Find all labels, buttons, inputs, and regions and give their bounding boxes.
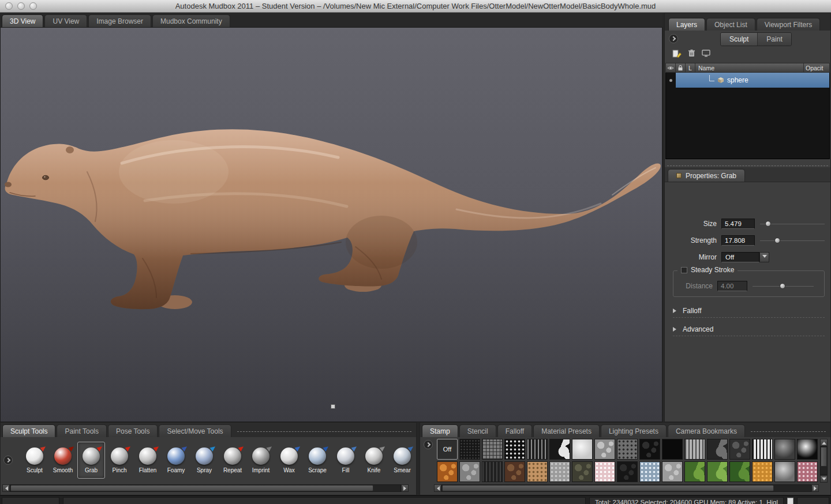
stamp-thumbnail[interactable] xyxy=(662,461,683,482)
stamp-thumbnail[interactable] xyxy=(729,439,750,460)
stamp-off-button[interactable]: Off xyxy=(437,439,458,460)
preset-tab-camera-bookmarks[interactable]: Camera Bookmarks xyxy=(668,424,745,437)
panel-tab-object-list[interactable]: Object List xyxy=(706,18,755,31)
layer-visibility-toggle[interactable] xyxy=(666,73,676,88)
stamps-vscroll-thumb[interactable] xyxy=(821,447,827,467)
stamp-thumbnail[interactable] xyxy=(572,439,593,460)
stamp-thumbnail[interactable] xyxy=(752,461,773,482)
strength-slider-thumb[interactable] xyxy=(774,238,780,243)
stamp-thumbnail[interactable] xyxy=(549,439,570,460)
advanced-section[interactable]: Advanced xyxy=(673,322,825,336)
tool-repeat[interactable]: Repeat xyxy=(219,442,246,479)
falloff-section[interactable]: Falloff xyxy=(673,304,825,318)
zoom-button[interactable] xyxy=(29,2,37,10)
stamp-thumbnail[interactable] xyxy=(437,461,458,482)
distance-slider[interactable] xyxy=(753,283,814,289)
scroll-left-button[interactable] xyxy=(434,484,441,492)
stamp-thumbnail[interactable] xyxy=(459,461,480,482)
viewport-splitter-handle[interactable] xyxy=(331,404,335,409)
stamp-thumbnail[interactable] xyxy=(639,461,660,482)
tool-grab[interactable]: Grab xyxy=(77,442,105,479)
stamp-thumbnail[interactable] xyxy=(662,439,683,460)
stamp-thumbnail[interactable] xyxy=(684,439,705,460)
panel-tab-layers[interactable]: Layers xyxy=(668,18,705,31)
stamp-thumbnail[interactable] xyxy=(707,439,728,460)
distance-slider-thumb[interactable] xyxy=(780,283,785,289)
stamps-collapse-button[interactable] xyxy=(424,440,433,449)
size-slider[interactable] xyxy=(760,220,825,227)
splitter-dashes[interactable] xyxy=(751,431,826,432)
stamp-thumbnail[interactable] xyxy=(707,461,728,482)
tool-sculpt[interactable]: Sculpt xyxy=(21,442,48,479)
scroll-left-button[interactable] xyxy=(2,484,10,492)
preset-tab-lighting-presets[interactable]: Lighting Presets xyxy=(601,424,667,437)
stamp-thumbnail[interactable] xyxy=(617,439,638,460)
delete-layer-icon[interactable] xyxy=(688,49,695,59)
stamp-thumbnail[interactable] xyxy=(617,461,638,482)
layer-row-sphere[interactable]: sphere xyxy=(666,73,829,88)
steady-stroke-checkbox[interactable] xyxy=(681,267,687,273)
splitter-dashes[interactable] xyxy=(237,431,411,432)
stamp-thumbnail[interactable] xyxy=(459,439,480,460)
preset-tab-stamp[interactable]: Stamp xyxy=(422,424,458,437)
layer-row-body[interactable]: sphere xyxy=(676,73,829,88)
tool-smear[interactable]: Smear xyxy=(388,442,416,479)
layers-collapse-button[interactable] xyxy=(669,34,678,43)
tools-collapse-button[interactable] xyxy=(3,456,13,465)
stamp-thumbnail[interactable] xyxy=(774,439,795,460)
panel-separator[interactable] xyxy=(667,159,828,166)
tool-tab-select-move-tools[interactable]: Select/Move Tools xyxy=(159,424,231,437)
stamp-thumbnail[interactable] xyxy=(684,461,705,482)
stamp-thumbnail[interactable] xyxy=(639,439,660,460)
stamp-thumbnail[interactable] xyxy=(594,461,615,482)
tool-tab-pose-tools[interactable]: Pose Tools xyxy=(108,424,158,437)
view-tab-uv-view[interactable]: UV View xyxy=(44,14,87,27)
stamp-thumbnail[interactable] xyxy=(482,439,503,460)
distance-input[interactable]: 4.00 xyxy=(717,281,747,291)
mirror-dropdown-button[interactable] xyxy=(759,252,769,262)
stamp-thumbnail[interactable] xyxy=(797,461,818,482)
stamp-thumbnail[interactable] xyxy=(504,461,525,482)
size-input[interactable]: 5.479 xyxy=(721,219,755,229)
properties-header[interactable]: Properties: Grab xyxy=(668,169,745,182)
stamp-thumbnail[interactable] xyxy=(572,461,593,482)
panel-tab-viewport-filters[interactable]: Viewport Filters xyxy=(757,18,820,31)
stamp-thumbnail[interactable] xyxy=(752,439,773,460)
sculpt-mode-button[interactable]: Sculpt xyxy=(721,33,757,46)
stamp-thumbnail[interactable] xyxy=(527,461,548,482)
stamp-thumbnail[interactable] xyxy=(797,439,818,460)
preset-tab-falloff[interactable]: Falloff xyxy=(497,424,532,437)
tool-scrape[interactable]: Scrape xyxy=(304,442,331,479)
scroll-right-button[interactable] xyxy=(811,484,819,492)
new-layer-icon[interactable] xyxy=(672,49,682,60)
stamp-thumbnail[interactable] xyxy=(527,439,548,460)
screen-layer-icon[interactable] xyxy=(702,49,711,59)
stamps-scroll-thumb[interactable] xyxy=(442,485,774,491)
otter-model[interactable] xyxy=(1,28,662,419)
tool-wax[interactable]: Wax xyxy=(275,442,303,479)
tool-imprint[interactable]: Imprint xyxy=(247,442,275,479)
tool-tab-sculpt-tools[interactable]: Sculpt Tools xyxy=(2,424,55,437)
stamps-scroll-track[interactable] xyxy=(441,484,811,492)
tool-spray[interactable]: Spray xyxy=(190,442,218,479)
stamp-thumbnail[interactable] xyxy=(549,461,570,482)
mirror-dropdown[interactable]: Off xyxy=(721,252,759,262)
stamp-thumbnail[interactable] xyxy=(774,461,795,482)
stamps-vscroll-track[interactable] xyxy=(820,446,828,475)
close-button[interactable] xyxy=(5,2,13,10)
preset-tab-stencil[interactable]: Stencil xyxy=(459,424,496,437)
stamp-thumbnail[interactable] xyxy=(729,461,750,482)
tools-scroll-track[interactable] xyxy=(10,484,401,492)
minimize-button[interactable] xyxy=(17,2,25,10)
tool-knife[interactable]: Knife xyxy=(360,442,388,479)
tool-foamy[interactable]: Foamy xyxy=(162,442,190,479)
scroll-right-button[interactable] xyxy=(401,484,409,492)
strength-slider[interactable] xyxy=(760,237,825,244)
tools-scroll-thumb[interactable] xyxy=(10,485,373,491)
stamp-thumbnail[interactable] xyxy=(504,439,525,460)
view-tab-3d-view[interactable]: 3D View xyxy=(2,14,43,27)
view-tab-mudbox-community[interactable]: Mudbox Community xyxy=(152,14,230,27)
strength-input[interactable]: 17.808 xyxy=(721,235,755,246)
preset-tab-material-presets[interactable]: Material Presets xyxy=(533,424,600,437)
paint-mode-button[interactable]: Paint xyxy=(757,33,791,46)
